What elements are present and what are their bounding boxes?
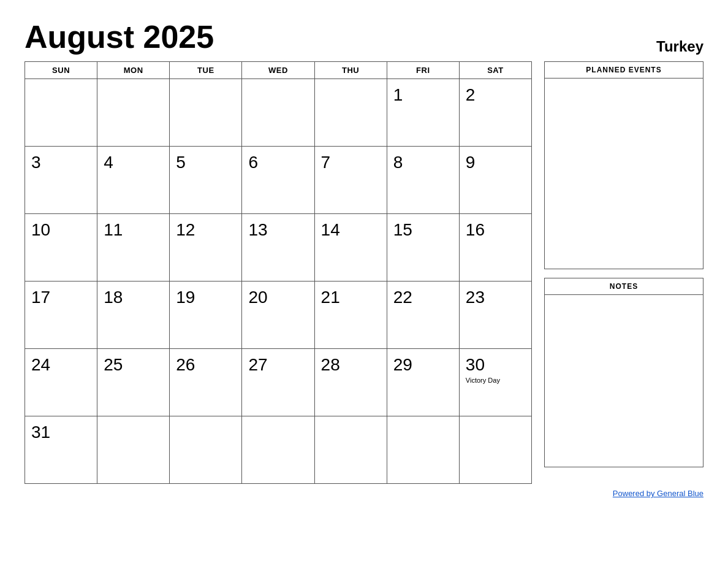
planned-events-title: PLANNED EVENTS — [545, 62, 703, 79]
calendar-week-row: 24252627282930Victory Day — [25, 349, 532, 416]
calendar-day-cell[interactable] — [97, 79, 170, 147]
calendar-day-cell[interactable]: 12 — [170, 214, 242, 282]
calendar-day-cell[interactable]: 23 — [459, 282, 531, 349]
day-number: 4 — [104, 153, 163, 172]
calendar-day-cell[interactable]: 16 — [459, 214, 531, 282]
calendar-day-cell[interactable]: 22 — [387, 282, 459, 349]
calendar-day-cell[interactable]: 30Victory Day — [459, 349, 531, 416]
calendar-day-cell[interactable]: 19 — [170, 282, 242, 349]
day-number: 31 — [31, 423, 91, 442]
calendar-day-cell[interactable]: 18 — [97, 282, 170, 349]
calendar-day-cell[interactable]: 31 — [25, 416, 97, 484]
day-of-week-header: SAT — [459, 62, 531, 79]
planned-events-content[interactable] — [545, 79, 703, 269]
calendar-container: SUNMONTUEWEDTHUFRISAT 123456789101112131… — [25, 61, 532, 484]
calendar-day-cell[interactable]: 2 — [459, 79, 531, 147]
calendar-day-cell[interactable] — [314, 416, 387, 484]
holiday-label: Victory Day — [466, 376, 525, 385]
day-number: 12 — [176, 220, 235, 240]
calendar-day-cell[interactable] — [459, 416, 531, 484]
day-of-week-header: FRI — [387, 62, 459, 79]
calendar-day-cell[interactable]: 8 — [387, 147, 459, 214]
calendar-day-cell[interactable]: 29 — [387, 349, 459, 416]
calendar-week-row: 17181920212223 — [25, 282, 532, 349]
calendar-day-cell[interactable] — [314, 79, 387, 147]
day-number: 18 — [104, 288, 163, 307]
calendar-day-cell[interactable]: 24 — [25, 349, 97, 416]
day-number: 9 — [466, 153, 525, 172]
day-number: 3 — [31, 153, 91, 172]
day-number: 17 — [31, 288, 91, 307]
calendar-day-cell[interactable]: 4 — [97, 147, 170, 214]
day-number: 21 — [321, 288, 381, 307]
powered-by-link[interactable]: Powered by General Blue — [613, 489, 703, 498]
day-of-week-header: SUN — [25, 62, 97, 79]
day-number: 10 — [31, 220, 91, 240]
day-number: 30 — [466, 355, 525, 375]
calendar-day-cell[interactable]: 9 — [459, 147, 531, 214]
day-number: 5 — [176, 153, 235, 172]
day-number: 27 — [248, 355, 308, 375]
calendar-day-cell[interactable] — [242, 79, 314, 147]
month-title: August 2025 — [25, 18, 214, 55]
calendar-day-cell[interactable] — [242, 416, 314, 484]
day-number: 7 — [321, 153, 381, 172]
country-title: Turkey — [656, 38, 703, 55]
calendar-week-row: 31 — [25, 416, 532, 484]
day-number: 19 — [176, 288, 235, 307]
day-number: 6 — [248, 153, 308, 172]
calendar-day-cell[interactable]: 28 — [314, 349, 387, 416]
notes-box: NOTES — [544, 278, 703, 467]
calendar-day-cell[interactable]: 13 — [242, 214, 314, 282]
day-number: 16 — [466, 220, 525, 240]
calendar-day-cell[interactable]: 14 — [314, 214, 387, 282]
calendar-day-cell[interactable]: 15 — [387, 214, 459, 282]
day-number: 1 — [393, 85, 453, 105]
day-number: 8 — [393, 153, 453, 172]
day-of-week-header: TUE — [170, 62, 242, 79]
calendar-day-cell[interactable] — [387, 416, 459, 484]
day-number: 29 — [393, 355, 453, 375]
calendar-day-cell[interactable] — [25, 79, 97, 147]
day-number: 22 — [393, 288, 453, 307]
calendar-day-cell[interactable]: 25 — [97, 349, 170, 416]
notes-title: NOTES — [545, 278, 703, 295]
day-number: 24 — [31, 355, 91, 375]
calendar-day-cell[interactable]: 5 — [170, 147, 242, 214]
day-number: 23 — [466, 288, 525, 307]
powered-by: Powered by General Blue — [25, 489, 703, 498]
day-number: 28 — [321, 355, 381, 375]
calendar-day-cell[interactable]: 17 — [25, 282, 97, 349]
calendar-day-cell[interactable]: 1 — [387, 79, 459, 147]
planned-events-box: PLANNED EVENTS — [544, 61, 703, 269]
sidebar: PLANNED EVENTS NOTES — [544, 61, 703, 467]
notes-content[interactable] — [545, 295, 703, 467]
day-number: 13 — [248, 220, 308, 240]
calendar-week-row: 10111213141516 — [25, 214, 532, 282]
day-number: 20 — [248, 288, 308, 307]
day-number: 15 — [393, 220, 453, 240]
calendar-day-cell[interactable]: 6 — [242, 147, 314, 214]
calendar-day-cell[interactable] — [97, 416, 170, 484]
calendar-day-cell[interactable] — [170, 79, 242, 147]
day-number: 26 — [176, 355, 235, 375]
calendar-day-cell[interactable]: 7 — [314, 147, 387, 214]
day-number: 2 — [466, 85, 525, 105]
calendar-table: SUNMONTUEWEDTHUFRISAT 123456789101112131… — [25, 61, 532, 484]
calendar-day-cell[interactable]: 11 — [97, 214, 170, 282]
day-of-week-header: MON — [97, 62, 170, 79]
day-number: 25 — [104, 355, 163, 375]
calendar-day-cell[interactable] — [170, 416, 242, 484]
day-of-week-header: THU — [314, 62, 387, 79]
calendar-day-cell[interactable]: 3 — [25, 147, 97, 214]
calendar-week-row: 3456789 — [25, 147, 532, 214]
calendar-day-cell[interactable]: 26 — [170, 349, 242, 416]
calendar-day-cell[interactable]: 21 — [314, 282, 387, 349]
day-number: 11 — [104, 220, 163, 240]
calendar-day-cell[interactable]: 27 — [242, 349, 314, 416]
calendar-day-cell[interactable]: 10 — [25, 214, 97, 282]
day-of-week-header: WED — [242, 62, 314, 79]
calendar-day-cell[interactable]: 20 — [242, 282, 314, 349]
calendar-week-row: 12 — [25, 79, 532, 147]
day-number: 14 — [321, 220, 381, 240]
